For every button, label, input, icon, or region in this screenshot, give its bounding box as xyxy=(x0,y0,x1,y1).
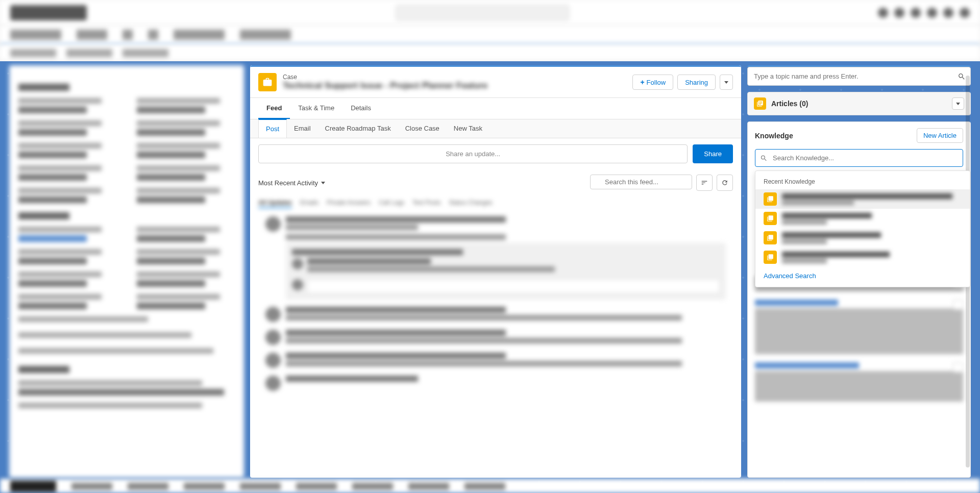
feed-filter-pills: All UpdatesEmailsPrivate AnswersCall Log… xyxy=(250,196,741,211)
new-article-button[interactable]: New Article xyxy=(917,128,963,143)
search-feed-input[interactable] xyxy=(590,175,692,189)
article-icon xyxy=(764,251,777,264)
feed-body xyxy=(250,211,741,478)
feed-refresh-button[interactable] xyxy=(717,175,733,191)
article-icon xyxy=(764,212,777,225)
topic-input[interactable] xyxy=(747,67,971,86)
article-icon xyxy=(764,231,777,244)
advanced-search-link[interactable]: Advanced Search xyxy=(755,267,970,282)
tab-feed[interactable]: Feed xyxy=(258,98,290,119)
case-header: Case Technical Support Issue - Project P… xyxy=(250,65,741,98)
articles-title: Articles (0) xyxy=(771,100,952,108)
articles-header: Articles (0) xyxy=(747,92,971,115)
article-icon xyxy=(764,192,777,206)
plus-icon: + xyxy=(640,78,644,86)
feed-sort-label: Most Recent Activity xyxy=(258,179,318,187)
articles-icon xyxy=(754,97,766,110)
chevron-down-icon xyxy=(956,103,960,105)
share-button[interactable]: Share xyxy=(693,144,733,163)
feed-sort[interactable]: Most Recent Activity xyxy=(258,179,325,187)
more-actions-dropdown[interactable] xyxy=(720,75,733,90)
recent-knowledge-label: Recent Knowledge xyxy=(755,176,970,189)
knowledge-suggestions xyxy=(748,269,970,417)
chevron-down-icon xyxy=(724,81,728,84)
chevron-down-icon xyxy=(321,182,325,184)
case-title: Technical Support Issue - Project Planne… xyxy=(283,81,632,91)
qa-close-case[interactable]: Close Case xyxy=(398,119,447,138)
topic-input-wrap xyxy=(747,65,971,86)
knowledge-panel: Knowledge New Article Recent Knowledge xyxy=(747,121,971,478)
knowledge-search-dropdown: Recent Knowledge Advanced Search xyxy=(755,170,970,287)
knowledge-result-item[interactable] xyxy=(755,209,970,228)
filter-icon xyxy=(701,179,708,186)
knowledge-search-input[interactable] xyxy=(755,149,963,167)
knowledge-result-item[interactable] xyxy=(755,189,970,209)
search-icon xyxy=(958,72,966,81)
quick-actions-bar: Post Email Create Roadmap Task Close Cas… xyxy=(250,119,741,138)
case-label: Case xyxy=(283,73,632,81)
right-sidebar: Articles (0) Knowledge New Article Recen… xyxy=(747,65,971,478)
app-nav xyxy=(0,26,980,45)
follow-label: Follow xyxy=(647,79,666,86)
qa-post[interactable]: Post xyxy=(258,119,287,138)
compose-row: Share an update... Share xyxy=(250,138,741,169)
case-main-panel: Case Technical Support Issue - Project P… xyxy=(250,65,741,478)
search-icon xyxy=(760,154,768,162)
knowledge-title: Knowledge xyxy=(755,132,793,140)
record-tabs: Feed Task & Time Details xyxy=(250,98,741,119)
workspace-tabs xyxy=(0,45,980,61)
qa-email[interactable]: Email xyxy=(287,119,318,138)
details-sidebar xyxy=(9,65,244,478)
utility-bar xyxy=(0,479,980,493)
compose-input[interactable]: Share an update... xyxy=(258,144,688,163)
feed-filter-button[interactable] xyxy=(696,175,713,191)
sharing-button[interactable]: Sharing xyxy=(677,75,716,90)
knowledge-result-item[interactable] xyxy=(755,228,970,248)
knowledge-result-item[interactable] xyxy=(755,248,970,267)
feed-controls: Most Recent Activity xyxy=(250,169,741,196)
qa-create-roadmap[interactable]: Create Roadmap Task xyxy=(318,119,398,138)
articles-dropdown[interactable] xyxy=(952,97,964,110)
qa-new-task[interactable]: New Task xyxy=(447,119,489,138)
case-icon xyxy=(258,73,277,91)
tab-task-time[interactable]: Task & Time xyxy=(290,98,342,119)
refresh-icon xyxy=(721,179,728,186)
follow-button[interactable]: + Follow xyxy=(632,75,673,90)
tab-details[interactable]: Details xyxy=(342,98,379,119)
global-header xyxy=(0,0,980,26)
